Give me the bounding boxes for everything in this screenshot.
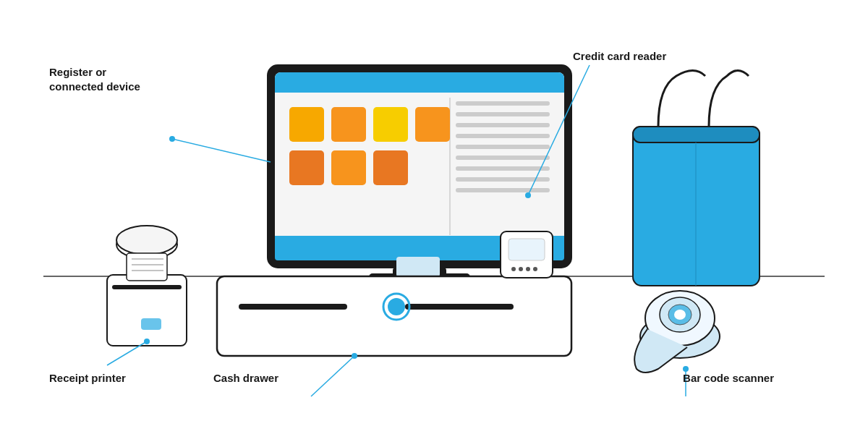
svg-point-60: [525, 192, 531, 198]
credit-card-label: Credit card reader: [573, 49, 689, 64]
svg-rect-18: [289, 107, 324, 142]
svg-point-33: [388, 298, 405, 315]
main-container: Register or connected device Credit card…: [0, 0, 868, 434]
svg-rect-16: [456, 188, 550, 192]
svg-line-57: [172, 139, 271, 162]
svg-rect-4: [275, 84, 564, 93]
svg-rect-8: [456, 101, 550, 106]
svg-rect-12: [456, 145, 550, 149]
svg-rect-44: [509, 239, 545, 260]
receipt-printer-label: Receipt printer: [49, 371, 126, 386]
svg-rect-37: [127, 253, 167, 281]
svg-point-56: [674, 310, 686, 320]
register-label: Register or connected device: [49, 65, 179, 93]
svg-rect-14: [456, 166, 550, 171]
svg-point-47: [526, 267, 530, 271]
cash-drawer-label: Cash drawer: [213, 371, 278, 386]
svg-point-46: [519, 267, 523, 271]
svg-rect-42: [141, 318, 161, 330]
barcode-scanner-label: Bar code scanner: [683, 371, 774, 386]
svg-rect-19: [331, 107, 366, 142]
svg-rect-22: [289, 150, 324, 185]
svg-point-62: [144, 339, 150, 344]
svg-point-64: [352, 353, 357, 359]
svg-rect-41: [112, 285, 182, 289]
svg-point-48: [533, 267, 537, 271]
svg-rect-20: [373, 107, 408, 142]
svg-rect-50: [633, 127, 760, 142]
svg-point-45: [511, 267, 516, 271]
svg-rect-24: [373, 150, 408, 185]
svg-rect-21: [415, 107, 450, 142]
svg-rect-23: [331, 150, 366, 185]
svg-rect-9: [456, 112, 550, 116]
svg-rect-31: [405, 304, 514, 310]
svg-rect-13: [456, 156, 550, 160]
svg-rect-28: [396, 257, 440, 277]
svg-rect-29: [217, 276, 571, 356]
svg-point-36: [116, 226, 177, 255]
svg-rect-11: [456, 134, 550, 138]
svg-rect-10: [456, 123, 550, 127]
svg-line-63: [311, 356, 354, 396]
svg-point-58: [169, 136, 175, 142]
svg-rect-30: [239, 304, 347, 310]
